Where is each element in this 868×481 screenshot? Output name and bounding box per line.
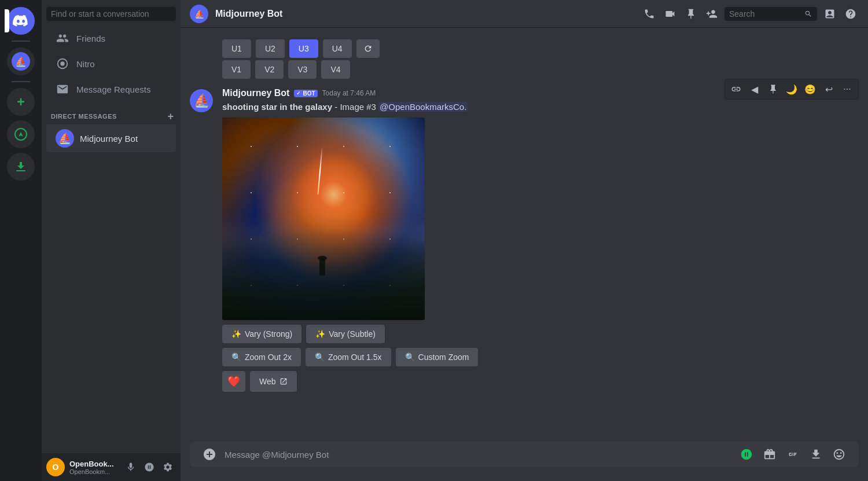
add-server-icon[interactable]: + (7, 88, 35, 116)
msg-image-num: - Image #3 (334, 102, 378, 112)
main-content: ⛵ Midjourney Bot (181, 0, 868, 481)
add-friend-button[interactable] (704, 6, 720, 22)
gift-button[interactable] (759, 442, 780, 467)
vary-strong-button[interactable]: ✨ Vary (Strong) (222, 325, 301, 343)
settings-button[interactable] (160, 459, 176, 475)
message-requests-icon (56, 82, 69, 96)
nav-item-nitro[interactable]: Nitro (46, 52, 176, 75)
reply-hover-btn[interactable]: ↩ (820, 80, 837, 98)
refresh-button[interactable] (356, 39, 380, 58)
web-external-icon (279, 377, 288, 385)
vary-subtle-label: Vary (Subtle) (329, 329, 376, 339)
v1-button[interactable]: V1 (222, 60, 251, 79)
link-hover-btn[interactable] (727, 80, 745, 98)
web-button[interactable]: Web (250, 371, 297, 392)
back-hover-btn[interactable]: ◀ (746, 80, 763, 98)
friends-icon (56, 31, 69, 45)
zoom-out-2x-label: Zoom Out 2x (245, 353, 292, 362)
vary-button-row: ✨ Vary (Strong) ✨ Vary (Subtle) (222, 325, 859, 343)
u2-button[interactable]: U2 (256, 39, 285, 58)
bot-label: BOT (303, 90, 315, 97)
inbox-button[interactable] (822, 6, 838, 22)
more-hover-btn[interactable]: ··· (838, 80, 856, 98)
header-search-box[interactable] (724, 7, 817, 21)
header-search-input[interactable] (729, 9, 801, 19)
heart-web-row: ❤️ Web (222, 371, 859, 392)
add-dm-button[interactable]: + (165, 111, 176, 122)
messages-container: U1 U2 U3 U4 V1 V2 V3 V4 (181, 28, 868, 442)
gif-button[interactable] (782, 442, 803, 467)
input-right-buttons (736, 442, 849, 467)
msg-image[interactable] (222, 118, 425, 320)
server-sidebar: ⛵ + (0, 0, 42, 481)
channel-sidebar: Friends Nitro Message Requests DIRECT ME… (42, 0, 181, 481)
moon-hover-btn[interactable]: 🌙 (783, 80, 800, 98)
mute-button[interactable] (123, 459, 139, 475)
section-header-dm: DIRECT MESSAGES + (42, 102, 181, 124)
heart-button[interactable]: ❤️ (222, 371, 245, 392)
nav-item-message-requests[interactable]: Message Requests (46, 78, 176, 101)
upscale-button-row: U1 U2 U3 U4 (222, 39, 859, 58)
v3-button[interactable]: V3 (288, 60, 317, 79)
video-button[interactable] (662, 6, 678, 22)
vary-strong-icon: ✨ (231, 329, 241, 339)
user-avatar: O (46, 458, 65, 476)
download-icon[interactable] (7, 153, 35, 181)
msg-author: Midjourney Bot (222, 88, 289, 98)
dm-item-midjourney[interactable]: ⛵ Midjourney Bot (46, 124, 176, 152)
pin-button[interactable] (683, 6, 699, 22)
dm-avatar-midjourney: ⛵ (56, 129, 74, 148)
custom-zoom-button[interactable]: 🔍 Custom Zoom (396, 348, 479, 366)
figure-silhouette (319, 259, 325, 276)
nav-item-friends[interactable]: Friends (46, 27, 176, 50)
search-bar[interactable] (42, 0, 181, 25)
custom-zoom-icon: 🔍 (405, 353, 415, 362)
chat-header-avatar: ⛵ (190, 5, 208, 23)
deafen-button[interactable] (141, 459, 157, 475)
emoji-button[interactable] (829, 442, 849, 467)
react-hover-btn[interactable]: 😊 (801, 80, 819, 98)
svg-rect-3 (16, 170, 25, 171)
add-attachment-button[interactable] (199, 442, 220, 467)
variation-button-row: V1 V2 V3 V4 (222, 60, 859, 79)
v4-button[interactable]: V4 (321, 60, 350, 79)
user-name: OpenBook... (69, 460, 118, 468)
u4-button[interactable]: U4 (323, 39, 352, 58)
chat-header-name: Midjourney Bot (215, 9, 282, 19)
message-input-area (181, 442, 868, 481)
vary-strong-label: Vary (Strong) (245, 329, 292, 339)
message-input[interactable] (225, 443, 731, 466)
v2-button[interactable]: V2 (255, 60, 284, 79)
message-hover-actions: ◀ 🌙 😊 ↩ ··· (724, 79, 859, 100)
discord-home-icon[interactable] (7, 7, 35, 35)
u3-button[interactable]: U3 (289, 39, 318, 58)
chat-header: ⛵ Midjourney Bot (181, 0, 868, 28)
vary-subtle-button[interactable]: ✨ Vary (Subtle) (306, 325, 385, 343)
svg-point-5 (60, 61, 64, 65)
message-midjourney: ◀ 🌙 😊 ↩ ··· ⛵ Midjourney Bot ✓ (181, 86, 868, 394)
u1-button[interactable]: U1 (222, 39, 251, 58)
server-separator-2 (12, 81, 30, 82)
zoom-out-2x-button[interactable]: 🔍 Zoom Out 2x (222, 348, 301, 366)
search-input[interactable] (51, 9, 171, 19)
zoom-out-15x-label: Zoom Out 1.5x (328, 353, 382, 362)
help-button[interactable] (843, 6, 859, 22)
phone-button[interactable] (641, 6, 657, 22)
upload-button[interactable] (806, 442, 826, 467)
msg-avatar-col: ⛵ (190, 88, 213, 392)
msg-avatar: ⛵ (190, 89, 213, 112)
pin-hover-btn[interactable] (764, 80, 782, 98)
server-icon-1[interactable]: ⛵ (7, 47, 35, 75)
search-input-wrapper[interactable] (46, 7, 176, 21)
svg-text:⛵: ⛵ (15, 56, 27, 67)
nitro-icon (56, 57, 69, 71)
user-status: OpenBookm... (69, 468, 118, 475)
vary-subtle-icon: ✨ (315, 329, 325, 339)
zoom-out-15x-button[interactable]: 🔍 Zoom Out 1.5x (306, 348, 391, 366)
header-actions (641, 6, 859, 22)
grammarly-button[interactable] (736, 442, 757, 467)
zoom-out-2x-icon: 🔍 (231, 353, 241, 362)
explore-icon[interactable] (7, 120, 35, 148)
bot-badge: ✓ BOT (294, 90, 317, 97)
nitro-label: Nitro (76, 59, 95, 69)
